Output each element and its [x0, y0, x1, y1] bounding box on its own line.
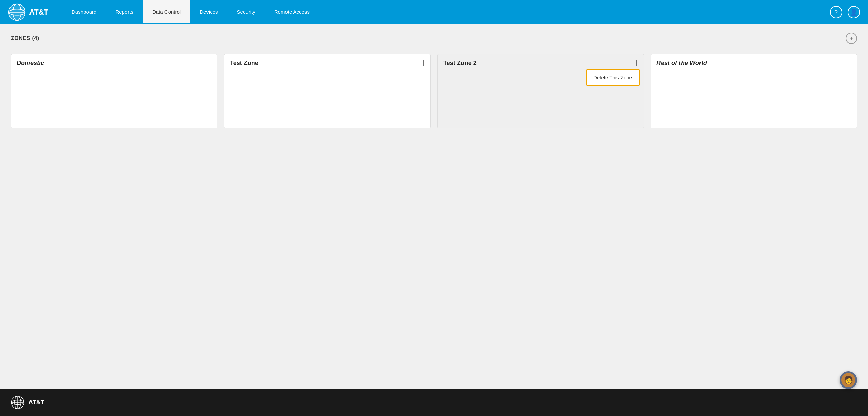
main-content: ZONES (4) + DomesticTest ZoneTest Zone 2…: [0, 24, 868, 389]
header-actions: ? 👤: [830, 6, 860, 18]
nav-item-security[interactable]: Security: [228, 0, 265, 24]
context-menu-test-zone-2: Delete This Zone: [586, 69, 640, 86]
nav-item-devices[interactable]: Devices: [190, 0, 227, 24]
main-nav: DashboardReportsData ControlDevicesSecur…: [62, 0, 830, 24]
zone-card-title-test-zone-2: Test Zone 2: [443, 60, 638, 67]
zone-card-test-zone-2[interactable]: Test Zone 2Delete This Zone: [437, 54, 644, 128]
footer-globe-icon: [11, 396, 24, 409]
add-icon: +: [849, 35, 853, 42]
zone-card-domestic[interactable]: Domestic: [11, 54, 217, 128]
footer: AT&T: [0, 389, 868, 416]
help-button[interactable]: ?: [830, 6, 842, 18]
zones-title: ZONES (4): [11, 35, 39, 41]
help-icon: ?: [834, 9, 838, 16]
zone-menu-button-test-zone-2[interactable]: [635, 59, 639, 67]
chat-avatar: 🧑: [841, 373, 855, 387]
nav-item-remote-access[interactable]: Remote Access: [265, 0, 319, 24]
account-icon: 👤: [850, 8, 857, 16]
account-button[interactable]: 👤: [848, 6, 860, 18]
zones-grid: DomesticTest ZoneTest Zone 2Delete This …: [11, 54, 857, 128]
nav-item-dashboard[interactable]: Dashboard: [62, 0, 106, 24]
zone-card-title-domestic: Domestic: [17, 60, 212, 67]
zone-card-test-zone[interactable]: Test Zone: [224, 54, 431, 128]
zones-header: ZONES (4) +: [11, 33, 857, 47]
zone-card-rest-of-world[interactable]: Rest of the World: [651, 54, 857, 128]
header: AT&T DashboardReportsData ControlDevices…: [0, 0, 868, 24]
logo-text: AT&T: [29, 8, 48, 17]
chat-bubble-button[interactable]: 🧑: [840, 371, 857, 389]
zone-card-title-test-zone: Test Zone: [230, 60, 425, 67]
att-globe-icon: [8, 3, 26, 21]
zone-menu-button-test-zone[interactable]: [421, 59, 426, 67]
add-zone-button[interactable]: +: [846, 33, 857, 44]
logo: AT&T: [8, 3, 48, 21]
nav-item-data-control[interactable]: Data Control: [143, 0, 190, 24]
nav-item-reports[interactable]: Reports: [106, 0, 143, 24]
delete-zone-button-test-zone-2[interactable]: Delete This Zone: [587, 70, 639, 85]
footer-logo-text: AT&T: [28, 399, 44, 406]
zone-card-title-rest-of-world: Rest of the World: [656, 60, 851, 67]
